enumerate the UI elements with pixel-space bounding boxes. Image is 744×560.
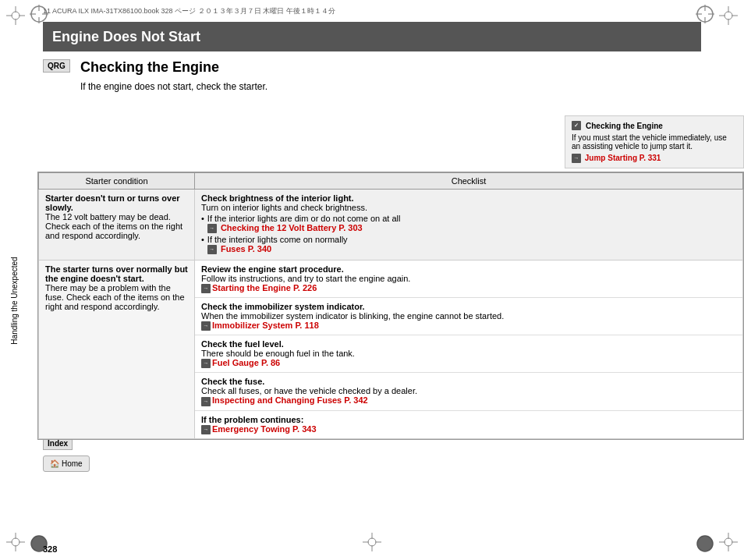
row1-col1: Starter doesn't turn or turns over slowl… <box>39 190 195 261</box>
link-starting-engine[interactable]: Starting the Engine <box>212 283 291 292</box>
row2-col2: Review the engine start procedure. Follo… <box>195 261 743 438</box>
page-number: 328 <box>43 544 57 554</box>
note-ref-icon: ✓ <box>572 121 581 130</box>
crosshair-bottom-center <box>363 533 381 554</box>
link-12volt-page: P. 303 <box>338 223 362 232</box>
note-link-icon: → <box>572 154 581 163</box>
row1-col2: Check brightness of the interior light. … <box>195 190 743 261</box>
table-row: The starter turns over normally but the … <box>39 261 743 438</box>
row1-col1-body: The 12 volt battery may be dead. Check e… <box>45 212 188 240</box>
link-inspecting-fuses[interactable]: Inspecting and Changing Fuses <box>212 395 342 405</box>
page-title: Engine Does Not Start <box>52 29 200 45</box>
row1-bullet1: • If the interior lights are dim or do n… <box>201 214 736 233</box>
ref-icon-7: → <box>201 425 211 434</box>
checklist-item-3: Check the fuel level. There should be en… <box>195 335 742 373</box>
link-emergency-towing[interactable]: Emergency Towing <box>212 424 290 434</box>
checklist-item-5: If the problem continues: →Emergency Tow… <box>195 411 742 438</box>
note-box: ✓ Checking the Engine If you must start … <box>565 115 744 168</box>
ref-icon-6: → <box>201 397 211 406</box>
note-box-body: If you must start the vehicle immediatel… <box>572 133 737 151</box>
home-badge[interactable]: 🏠 Home <box>43 455 90 472</box>
row2-col1-bold: The starter turns over normally but the … <box>45 264 188 283</box>
crosshair-bottom-left <box>6 533 25 554</box>
link-fuses-1[interactable]: Fuses <box>221 244 246 253</box>
section-heading: Checking the Engine <box>80 59 219 76</box>
home-label: Home <box>62 459 83 468</box>
svg-point-32 <box>368 538 376 546</box>
row1-bullet2: • If the interior lights come on normall… <box>201 235 736 254</box>
row2-col1-body: There may be a problem with the fuse. Ch… <box>45 283 188 311</box>
ref-icon-1: → <box>207 224 217 233</box>
col2-header: Checklist <box>195 173 743 190</box>
link-fuel-gauge[interactable]: Fuel Gauge <box>212 358 259 367</box>
bullet-symbol: • <box>201 214 204 223</box>
checklist-item-2: Check the immobilizer system indicator. … <box>195 298 742 335</box>
svg-point-10 <box>12 538 19 546</box>
row1-col1-bold: Starter doesn't turn or turns over slowl… <box>45 193 188 212</box>
ref-icon-4: → <box>201 321 211 331</box>
row1-col2-bold: Check brightness of the interior light. <box>201 193 736 203</box>
checklist-table: Starter condition Checklist Starter does… <box>37 172 744 440</box>
side-label: Handling the Unexpected <box>10 257 19 344</box>
note-box-link-row: → Jump Starting P. 331 <box>572 154 737 163</box>
crosshair-bottom-right <box>719 533 738 554</box>
svg-point-31 <box>697 536 713 551</box>
meta-header: 11 ACURA ILX IMA-31TX86100.book 328 ページ … <box>0 0 744 22</box>
qrg-badge[interactable]: QRG <box>43 59 70 73</box>
checklist-item-4: Check the fuse. Check all fuses, or have… <box>195 373 742 410</box>
note-box-link[interactable]: Jump Starting <box>585 154 637 162</box>
link-12volt-battery[interactable]: Checking the 12 Volt Battery <box>221 223 336 232</box>
note-box-link-page: P. 331 <box>639 154 661 162</box>
bullet-symbol-2: • <box>201 235 204 244</box>
checklist-item-1: Review the engine start procedure. Follo… <box>195 261 742 298</box>
note-box-title: ✓ Checking the Engine <box>572 121 737 130</box>
ref-icon-2: → <box>207 245 217 254</box>
svg-point-15 <box>725 538 732 546</box>
ref-icon-3: → <box>201 284 211 293</box>
intro-text: If the engine does not start, check the … <box>80 81 267 92</box>
home-icon: 🏠 <box>50 459 59 468</box>
circle-bottom-right <box>694 533 716 557</box>
row1-col2-body: Turn on interior lights and check bright… <box>201 203 736 212</box>
title-banner: Engine Does Not Start <box>43 22 701 51</box>
col1-header: Starter condition <box>39 173 195 190</box>
table-row: Starter doesn't turn or turns over slowl… <box>39 190 743 261</box>
row2-col1: The starter turns over normally but the … <box>39 261 195 438</box>
link-fuses-1-page: P. 340 <box>248 244 271 253</box>
ref-icon-5: → <box>201 359 211 368</box>
link-immobilizer[interactable]: Immobilizer System <box>212 321 292 330</box>
meta-text: 11 ACURA ILX IMA-31TX86100.book 328 ページ … <box>43 6 335 16</box>
